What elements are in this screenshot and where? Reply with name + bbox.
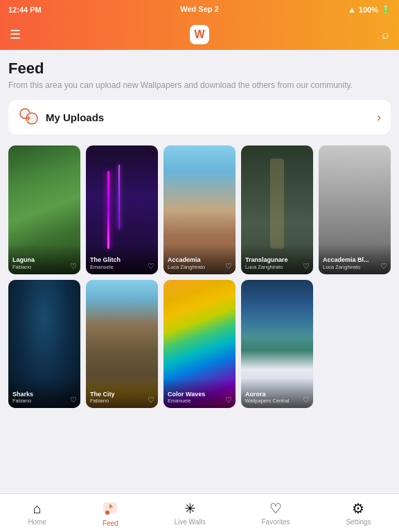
wallpaper-card[interactable]: Accademia Bl...Luca Zanghirato♡ bbox=[319, 145, 391, 274]
nav-settings[interactable]: ⚙ Settings bbox=[337, 497, 379, 529]
card-title: The City bbox=[90, 391, 154, 398]
nav-favorites[interactable]: ♡ Favorites bbox=[253, 497, 298, 529]
card-title: Accademia Bl... bbox=[323, 256, 387, 264]
card-title: Aurora bbox=[245, 391, 309, 398]
wallpaper-card[interactable]: Color WavesEmanuele♡ bbox=[163, 280, 236, 409]
card-author: Luca Zanghirato bbox=[245, 264, 309, 270]
wallpaper-card[interactable]: The GlitchEmanuele♡ bbox=[86, 145, 158, 274]
nav-home-label: Home bbox=[28, 518, 46, 526]
nav-home[interactable]: ⌂ Home bbox=[19, 498, 55, 529]
nav-settings-label: Settings bbox=[346, 518, 371, 526]
card-title: The Glitch bbox=[90, 256, 154, 264]
search-button[interactable]: ⌕ bbox=[382, 28, 389, 42]
card-author: Fabiano bbox=[12, 264, 76, 270]
feed-icon bbox=[103, 499, 118, 518]
wallpaper-card[interactable]: SharksFabiano♡ bbox=[8, 280, 80, 409]
wallpaper-card[interactable]: AuroraWallpapers Central♡ bbox=[241, 280, 313, 409]
nav-feed[interactable]: Feed bbox=[94, 497, 127, 530]
wifi-icon: ▲ bbox=[348, 5, 356, 15]
heart-icon[interactable]: ♡ bbox=[303, 262, 310, 271]
status-bar: 12:44 PM Wed Sep 2 ▲ 100% 🔋 bbox=[0, 0, 399, 19]
heart-icon[interactable]: ♡ bbox=[225, 396, 232, 405]
heart-icon[interactable]: ♡ bbox=[70, 262, 77, 271]
card-author: Fabiano bbox=[90, 398, 154, 404]
heart-icon[interactable]: ♡ bbox=[70, 396, 77, 405]
main-content: Feed From this area you can upload new W… bbox=[0, 50, 399, 493]
heart-icon[interactable]: ♡ bbox=[303, 396, 310, 405]
svg-point-4 bbox=[105, 511, 109, 515]
my-uploads-row[interactable]: + My Uploads › bbox=[8, 100, 391, 134]
page-subtitle: From this area you can upload new Wallpa… bbox=[8, 80, 391, 90]
heart-icon[interactable]: ♡ bbox=[148, 396, 154, 405]
nav-livewalls-label: Live Walls bbox=[174, 518, 205, 526]
card-title: Laguna bbox=[12, 256, 76, 264]
status-time: 12:44 PM bbox=[8, 6, 42, 14]
livewalls-icon: ✳ bbox=[184, 500, 196, 517]
card-title: Sharks bbox=[12, 391, 76, 398]
card-author: Luca Zanghirato bbox=[323, 264, 387, 270]
heart-icon[interactable]: ♡ bbox=[225, 262, 232, 271]
upload-icon: + bbox=[18, 107, 39, 127]
wallpaper-card[interactable]: AccademiaLuca Zanghirato♡ bbox=[163, 145, 236, 274]
card-author: Emanuele bbox=[90, 264, 154, 270]
svg-text:+: + bbox=[26, 114, 30, 123]
status-date: Wed Sep 2 bbox=[180, 5, 218, 13]
favorites-icon: ♡ bbox=[269, 500, 282, 517]
card-title: Accademia bbox=[168, 256, 231, 264]
my-uploads-left: + My Uploads bbox=[18, 107, 104, 127]
chevron-right-icon: › bbox=[377, 110, 381, 125]
my-uploads-label: My Uploads bbox=[46, 112, 104, 123]
card-title: Color Waves bbox=[168, 391, 231, 398]
page-title: Feed bbox=[8, 60, 391, 78]
nav-favorites-label: Favorites bbox=[261, 518, 290, 526]
settings-icon: ⚙ bbox=[352, 500, 364, 517]
wallpaper-card[interactable]: The CityFabiano♡ bbox=[86, 280, 158, 409]
wallpaper-grid: LagunaFabiano♡The GlitchEmanuele♡Accadem… bbox=[8, 145, 391, 408]
nav-feed-label: Feed bbox=[103, 520, 118, 527]
battery-icon: 🔋 bbox=[381, 6, 391, 15]
app-header: ☰ W ⌕ bbox=[0, 19, 399, 50]
battery-label: 100% bbox=[359, 6, 378, 14]
card-author: Fabiano bbox=[12, 398, 76, 404]
bottom-nav: ⌂ Home Feed ✳ Live Walls ♡ Favorites ⚙ S… bbox=[0, 493, 399, 532]
card-author: Emanuele bbox=[168, 398, 231, 404]
heart-icon[interactable]: ♡ bbox=[380, 262, 387, 271]
wallpaper-card[interactable]: TranslagunareLuca Zanghirato♡ bbox=[241, 145, 313, 274]
menu-button[interactable]: ☰ bbox=[10, 27, 21, 42]
heart-icon[interactable]: ♡ bbox=[148, 262, 154, 271]
wallpaper-card[interactable]: LagunaFabiano♡ bbox=[8, 145, 80, 274]
home-icon: ⌂ bbox=[33, 501, 42, 517]
nav-livewalls[interactable]: ✳ Live Walls bbox=[166, 497, 213, 529]
status-right: ▲ 100% 🔋 bbox=[348, 5, 391, 15]
app-logo: W bbox=[190, 25, 209, 44]
card-title: Translagunare bbox=[245, 256, 309, 264]
card-author: Wallpapers Central bbox=[245, 398, 309, 404]
card-author: Luca Zanghirato bbox=[168, 264, 231, 270]
